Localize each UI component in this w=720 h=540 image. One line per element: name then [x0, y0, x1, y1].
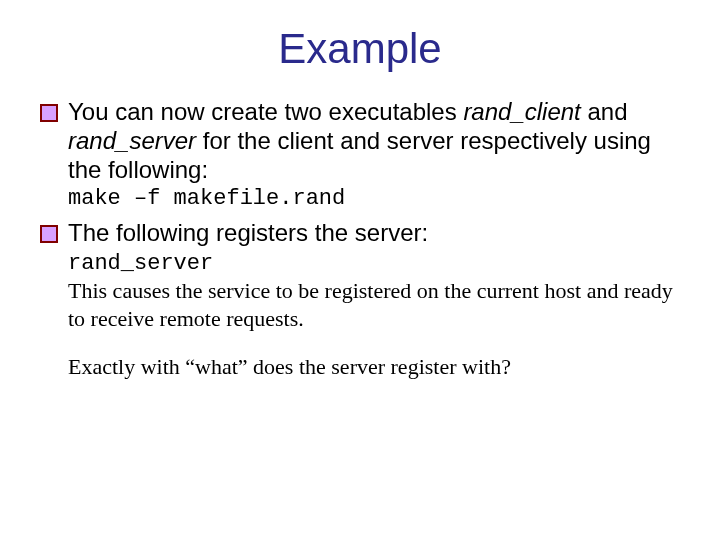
- emphasis: rand_client: [463, 98, 580, 125]
- bullet-text: You can now create two executables rand_…: [68, 98, 680, 184]
- text-run: You can now create two executables: [68, 98, 463, 125]
- code-line: make –f makefile.rand: [68, 186, 680, 212]
- bullet-item: The following registers the server:: [40, 219, 680, 248]
- sub-text: This causes the service to be registered…: [68, 277, 680, 332]
- slide: Example You can now create two executabl…: [0, 0, 720, 540]
- code-line: rand_server: [68, 250, 680, 278]
- text-run: and: [581, 98, 628, 125]
- slide-title: Example: [40, 25, 680, 73]
- bullet-item: You can now create two executables rand_…: [40, 98, 680, 184]
- emphasis: rand_server: [68, 127, 196, 154]
- slide-body: You can now create two executables rand_…: [40, 98, 680, 380]
- sub-block: rand_server This causes the service to b…: [68, 250, 680, 333]
- bullet-icon: [40, 104, 58, 122]
- bullet-icon: [40, 225, 58, 243]
- question-text: Exactly with “what” does the server regi…: [68, 354, 680, 380]
- bullet-text: The following registers the server:: [68, 219, 680, 248]
